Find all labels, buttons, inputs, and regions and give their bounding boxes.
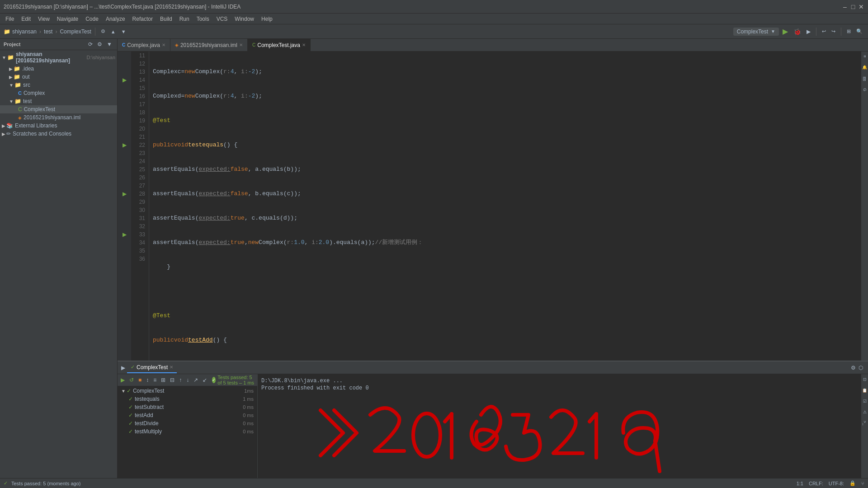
menu-code[interactable]: Code (82, 15, 102, 23)
run-todo-btn[interactable]: ☑ (862, 397, 868, 405)
sidebar-item-src[interactable]: ▼ 📁 src (0, 81, 117, 89)
db-btn[interactable]: 🗄 (862, 75, 868, 83)
sidebar-item-out[interactable]: ▶ 📁 out (0, 73, 117, 81)
menu-edit[interactable]: Edit (18, 15, 34, 23)
test-node-testsubtract[interactable]: ✓ testSubtract 0 ms (118, 403, 257, 411)
test-node-testmultiply[interactable]: ✓ testMultiply 0 ms (118, 427, 257, 436)
run-gutter-icon-14[interactable]: ▶ (123, 77, 127, 83)
sidebar-gear-btn[interactable]: ⚙ (96, 41, 104, 48)
tree-label-shiyansan: shiyansan [20165219shiyansan] (16, 51, 85, 64)
breadcrumb-shiyansan[interactable]: shiyansan (12, 28, 37, 35)
menu-analyze[interactable]: Analyze (102, 15, 129, 23)
toolbar-arrow-up-btn[interactable]: ▲ (109, 28, 118, 35)
prev-fail-btn[interactable]: ↑ (178, 376, 183, 384)
folder-idea-icon: 📁 (14, 66, 20, 72)
sidebar-item-external-libraries[interactable]: ▶ 📚 External Libraries (0, 122, 117, 130)
sort-btn[interactable]: ↕ (145, 376, 150, 384)
undo-button[interactable]: ↩ (820, 28, 828, 35)
gutter-28[interactable]: ▶ (118, 190, 131, 198)
gradle-btn[interactable]: G (862, 86, 868, 93)
sidebar-item-scratches[interactable]: ▶ ✏ Scratches and Consoles (0, 130, 117, 138)
line-num-15: 15 (135, 84, 145, 92)
expand-all-btn[interactable]: ⊞ (160, 376, 167, 384)
run-problems-btn[interactable]: ⚠ (862, 408, 868, 416)
menu-run[interactable]: Run (176, 15, 193, 23)
sidebar-item-shiyansan[interactable]: ▼ 📁 shiyansan [20165219shiyansan] D:\shi… (0, 50, 117, 65)
breadcrumb-test[interactable]: test (44, 28, 52, 35)
import-btn[interactable]: ↙ (201, 376, 208, 384)
run-gutter-icon-28[interactable]: ▶ (123, 191, 127, 197)
run-terminal-panel-btn[interactable]: >_ (862, 419, 868, 427)
run-tab-complextest[interactable]: ✓ ComplexTest ✕ (127, 362, 177, 373)
menu-view[interactable]: View (34, 15, 53, 23)
run-with-coverage-button[interactable]: ▶ (805, 28, 812, 36)
code-content[interactable]: Complex c=new Complex(r: 4, i: -2); Comp… (149, 52, 861, 361)
run-panel-expand-btn[interactable]: ⬡ (857, 364, 864, 371)
tree-label-complextest: ComplexTest (24, 106, 55, 113)
structure-btn[interactable]: ≡ (862, 53, 868, 59)
xml-icon: ◈ (18, 115, 22, 120)
menu-refactor[interactable]: Refactor (129, 15, 156, 23)
sidebar-item-iml[interactable]: ◈ 20165219shiyansan.iml (0, 113, 117, 122)
menu-build[interactable]: Build (156, 15, 176, 23)
toolbar-settings-btn[interactable]: ⚙ (99, 28, 107, 35)
run-button[interactable]: ▶ (781, 26, 790, 37)
gutter-33[interactable]: ▶ (118, 230, 131, 239)
redo-button[interactable]: ↪ (830, 28, 837, 35)
test-pass-icon-4: ✓ (128, 428, 133, 435)
search-everywhere-button[interactable]: 🔍 (854, 28, 864, 35)
collapse-all-btn[interactable]: ⊟ (169, 376, 176, 384)
sidebar-expand-btn[interactable]: ▼ (105, 41, 113, 48)
menu-navigate[interactable]: Navigate (53, 15, 82, 23)
notifications-btn[interactable]: 🔔 (862, 63, 868, 71)
tab-close-iml[interactable]: ✕ (239, 42, 243, 47)
run-gutter-icon-22[interactable]: ▶ (123, 142, 127, 148)
sidebar-item-complextest[interactable]: C ComplexTest (0, 105, 117, 113)
tab-iml[interactable]: ◈ 20165219shiyansan.iml ✕ (170, 39, 248, 52)
run-terminal-btn[interactable]: ⊡ (862, 376, 868, 383)
test-node-complextest[interactable]: ▼ ✓ ComplexTest 1ms (118, 387, 257, 395)
rerun-btn[interactable]: ▶ (119, 376, 126, 384)
gutter-14[interactable]: ▶ (118, 76, 131, 84)
stop-btn[interactable]: ■ (137, 376, 143, 384)
run-settings-btn[interactable]: ⚙ (849, 364, 857, 371)
minimize-button[interactable]: – (842, 4, 848, 10)
run-gutter-icon-33[interactable]: ▶ (123, 231, 127, 238)
sidebar-item-test[interactable]: ▼ 📁 test (0, 97, 117, 105)
tab-complextest-java[interactable]: C ComplexTest.java ✕ (248, 39, 311, 52)
console-line-java: D:\JDK.8\bin\java.exe ... (261, 378, 857, 384)
toolbar-arrow-down-btn[interactable]: ▼ (119, 28, 128, 35)
tab-close-complex[interactable]: ✕ (162, 42, 165, 47)
close-button[interactable]: ✕ (858, 4, 864, 10)
test-node-testdivide[interactable]: ✓ testDivide 0 ms (118, 419, 257, 427)
tab-complex-java[interactable]: C Complex.java ✕ (118, 39, 170, 52)
breadcrumb-complextest[interactable]: ComplexTest (60, 28, 91, 35)
menu-help[interactable]: Help (258, 15, 276, 23)
run-config-dropdown-icon[interactable]: ▼ (771, 29, 775, 34)
debug-button[interactable]: 🐞 (792, 27, 803, 36)
test-node-testequals[interactable]: ✓ testequals 1 ms (118, 395, 257, 403)
menu-window[interactable]: Window (231, 15, 258, 23)
gutter-17 (118, 100, 131, 108)
run-event-log-btn[interactable]: 📋 (862, 386, 868, 394)
menu-file[interactable]: File (2, 15, 18, 23)
sidebar-item-complex[interactable]: C Complex (0, 89, 117, 97)
export-btn[interactable]: ↗ (192, 376, 199, 384)
test-node-testadd[interactable]: ✓ testAdd 0 ms (118, 411, 257, 419)
console-output[interactable]: D:\JDK.8\bin\java.exe ... Process finish… (258, 374, 861, 478)
expand-arrow-out: ▶ (9, 75, 13, 80)
filter-btn[interactable]: ≡ (152, 376, 158, 384)
gutter-22[interactable]: ▶ (118, 141, 131, 149)
grid-layout-button[interactable]: ⊞ (845, 28, 853, 35)
next-fail-btn[interactable]: ↓ (185, 376, 190, 384)
sidebar-item-idea[interactable]: ▶ 📁 .idea (0, 65, 117, 73)
maximize-button[interactable]: □ (850, 4, 856, 10)
rerun-failed-btn[interactable]: ↺ (128, 376, 135, 384)
java-complex-icon: C (18, 90, 22, 96)
tree-label-ext: External Libraries (15, 122, 57, 129)
tab-close-complextest[interactable]: ✕ (302, 42, 306, 47)
menu-vcs[interactable]: VCS (213, 15, 231, 23)
menu-tools[interactable]: Tools (193, 15, 213, 23)
sidebar-sync-btn[interactable]: ⟳ (87, 41, 94, 48)
run-tab-close[interactable]: ✕ (170, 365, 173, 370)
